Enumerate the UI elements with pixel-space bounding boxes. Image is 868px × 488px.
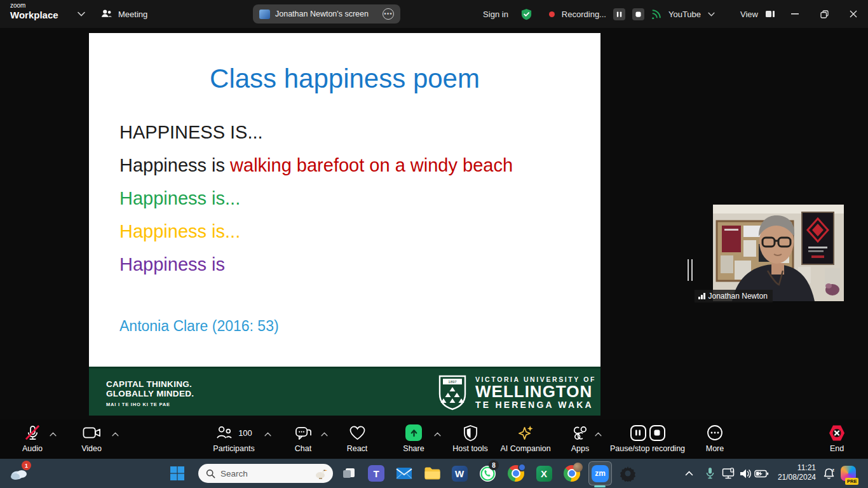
- presentation-slide: Class happiness poem HAPPINESS IS... Hap…: [89, 33, 600, 416]
- shared-screen-pill[interactable]: Jonathan Newton's screen •••: [253, 4, 400, 24]
- sign-in-button[interactable]: Sign in: [483, 10, 508, 19]
- taskbar-app-settings[interactable]: [618, 463, 638, 484]
- shared-screen-stage: Class happiness poem HAPPINESS IS... Hap…: [0, 28, 868, 419]
- taskbar-app-teams[interactable]: T: [366, 463, 386, 484]
- chat-label: Chat: [295, 444, 311, 453]
- university-shield-icon: 1897: [437, 375, 468, 410]
- audio-label: Audio: [22, 444, 43, 453]
- heart-icon: [349, 425, 366, 441]
- poem-line: HAPPINESS IS...: [119, 123, 513, 142]
- tray-volume[interactable]: [737, 459, 754, 488]
- participants-button[interactable]: 100 Participants: [202, 424, 266, 453]
- poem-line: Happiness is...: [119, 222, 513, 241]
- tray-mic-icon: [705, 467, 715, 480]
- youtube-chevron-down-icon[interactable]: [708, 12, 715, 17]
- weather-badge: 1: [22, 461, 31, 470]
- react-button[interactable]: React: [335, 424, 379, 453]
- camera-icon: [83, 426, 101, 440]
- task-view-button[interactable]: [339, 463, 359, 484]
- word-icon: W: [452, 466, 468, 482]
- stop-recording-mini-button[interactable]: [632, 8, 644, 20]
- chat-chevron-up-icon[interactable]: [321, 432, 328, 437]
- share-button[interactable]: Share: [391, 424, 436, 453]
- windows-taskbar: 1 Search: [0, 459, 868, 488]
- pause-stop-recording-button[interactable]: Pause/stop recording: [599, 424, 696, 453]
- taskbar-app-zoom-active[interactable]: zm: [588, 461, 612, 485]
- audio-chevron-up-icon[interactable]: [50, 432, 57, 437]
- taskbar-app-excel[interactable]: X: [534, 463, 554, 484]
- taskbar-app-whatsapp[interactable]: 8: [477, 463, 498, 484]
- taskbar-app-file-explorer[interactable]: [422, 463, 442, 484]
- tray-cast[interactable]: [720, 459, 738, 488]
- panel-drag-handle[interactable]: [688, 259, 693, 281]
- share-up-arrow-icon: [405, 424, 422, 441]
- tab-meeting[interactable]: Meeting: [100, 0, 147, 28]
- tray-notifications[interactable]: z: [820, 459, 837, 488]
- speaker-icon: [739, 468, 752, 479]
- zoom-workplace-window: zoom Workplace Meeting Jonathan Newton's…: [0, 0, 868, 488]
- webcam-scene: [713, 205, 844, 301]
- mail-icon: [396, 466, 412, 480]
- apps-label: Apps: [571, 444, 590, 453]
- gear-icon: [620, 465, 636, 482]
- search-bird-icon: [314, 467, 328, 480]
- audio-button[interactable]: Audio: [10, 424, 55, 453]
- taskbar-app-word[interactable]: W: [449, 463, 470, 484]
- whatsapp-badge: 8: [489, 460, 499, 470]
- more-button[interactable]: More: [693, 424, 737, 453]
- ai-companion-button[interactable]: AI Companion: [491, 424, 560, 453]
- poem-line-highlight: walking barefoot on a windy beach: [230, 155, 513, 175]
- slide-title: Class happiness poem: [89, 64, 600, 94]
- pause-recording-mini-button[interactable]: [613, 8, 625, 20]
- security-shield-check-icon[interactable]: [520, 8, 532, 20]
- share-chevron-up-icon[interactable]: [434, 432, 441, 437]
- cast-display-icon: [722, 468, 736, 480]
- host-tools-label: Host tools: [452, 444, 488, 453]
- task-view-icon: [341, 466, 356, 480]
- taskbar-app-chrome-profile[interactable]: [562, 463, 582, 484]
- participant-video[interactable]: [713, 205, 844, 301]
- shared-screen-label: Jonathan Newton's screen: [275, 10, 369, 18]
- end-button[interactable]: End: [815, 424, 859, 453]
- tray-battery[interactable]: [753, 459, 770, 488]
- brand-zoom: zoom: [10, 3, 58, 9]
- zoom-workplace-logo: zoom Workplace: [10, 3, 58, 20]
- view-button[interactable]: View: [740, 10, 758, 19]
- participants-chevron-up-icon[interactable]: [264, 432, 271, 437]
- apps-button[interactable]: Apps: [558, 424, 602, 453]
- tray-chevron-up[interactable]: [681, 459, 696, 488]
- shield-icon: [463, 424, 478, 442]
- meeting-people-icon: [100, 8, 113, 20]
- taskbar-app-chrome[interactable]: [506, 463, 526, 484]
- video-chevron-up-icon[interactable]: [112, 432, 119, 437]
- mic-muted-icon: [24, 424, 41, 442]
- audio-level-icon: [698, 293, 705, 299]
- tray-microphone[interactable]: [702, 459, 718, 488]
- view-layout-icon: [765, 10, 775, 18]
- taskbar-weather-widget[interactable]: 1: [9, 463, 29, 484]
- chat-button[interactable]: Chat: [281, 424, 325, 453]
- taskbar-search-input[interactable]: Search: [198, 464, 333, 483]
- restore-button[interactable]: [810, 0, 839, 28]
- participant-name-tag: Jonathan Newton: [695, 290, 773, 302]
- video-button[interactable]: Video: [69, 424, 114, 453]
- ellipsis-circle-icon: [707, 424, 723, 441]
- react-label: React: [347, 444, 368, 453]
- ai-companion-label: AI Companion: [500, 444, 550, 453]
- tray-time: 11:21: [770, 463, 816, 473]
- title-bar: zoom Workplace Meeting Jonathan Newton's…: [0, 0, 868, 28]
- taskbar-app-mail[interactable]: [394, 463, 414, 484]
- tray-clock[interactable]: 11:21 21/08/2024: [770, 463, 816, 482]
- start-button[interactable]: [167, 463, 187, 484]
- close-button[interactable]: [839, 0, 868, 28]
- minimize-button[interactable]: [780, 0, 810, 28]
- workspace-chevron-down-icon[interactable]: [78, 11, 85, 17]
- stop-recording-icon[interactable]: [649, 425, 665, 441]
- pill-more-options-icon[interactable]: •••: [383, 8, 394, 20]
- tray-date: 21/08/2024: [770, 473, 816, 482]
- uni-line-2: WELLINGTON: [475, 383, 596, 400]
- youtube-stream-label[interactable]: YouTube: [668, 10, 701, 19]
- pause-recording-icon[interactable]: [630, 425, 646, 441]
- chrome-icon: [508, 465, 524, 482]
- shield-year: 1897: [448, 380, 457, 384]
